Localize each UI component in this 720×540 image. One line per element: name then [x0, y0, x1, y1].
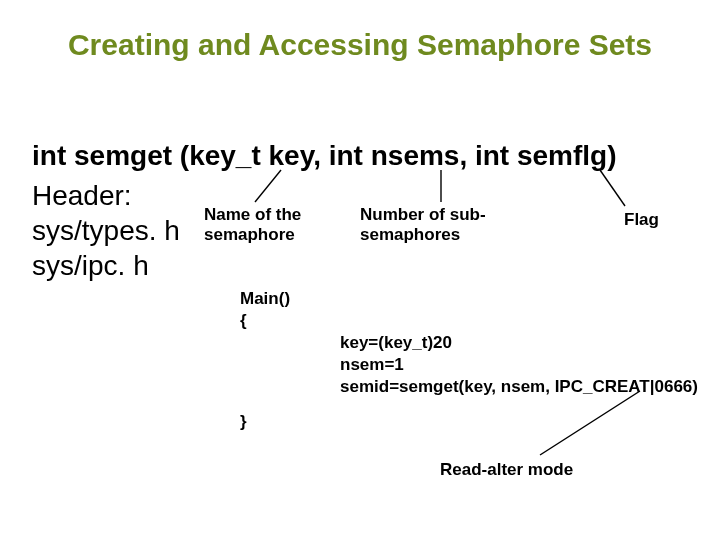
code-line-2: nsem=1 — [340, 354, 698, 376]
code-brace-open: { — [240, 310, 290, 332]
code-body: key=(key_t)20 nsem=1 semid=semget(key, n… — [340, 332, 698, 398]
header-label: Header: — [32, 178, 180, 213]
code-main-fn: Main() — [240, 288, 290, 310]
slide: Creating and Accessing Semaphore Sets in… — [0, 0, 720, 540]
header-file-1: sys/types. h — [32, 213, 180, 248]
mode-label: Read-alter mode — [440, 460, 573, 480]
code-brace-close: } — [240, 412, 247, 432]
label-name: Name of the semaphore — [204, 205, 354, 245]
header-block: Header: sys/types. h sys/ipc. h — [32, 178, 180, 283]
line-key — [255, 170, 281, 202]
code-line-3: semid=semget(key, nsem, IPC_CREAT|0666) — [340, 376, 698, 398]
label-flag: Flag — [624, 210, 659, 230]
line-mode — [540, 391, 640, 455]
header-file-2: sys/ipc. h — [32, 248, 180, 283]
code-main: Main() { — [240, 288, 290, 332]
function-signature: int semget (key_t key, int nsems, int se… — [32, 140, 617, 172]
code-line-1: key=(key_t)20 — [340, 332, 698, 354]
line-flag — [600, 170, 625, 206]
slide-title: Creating and Accessing Semaphore Sets — [0, 28, 720, 62]
label-number: Number of sub-semaphores — [360, 205, 530, 245]
